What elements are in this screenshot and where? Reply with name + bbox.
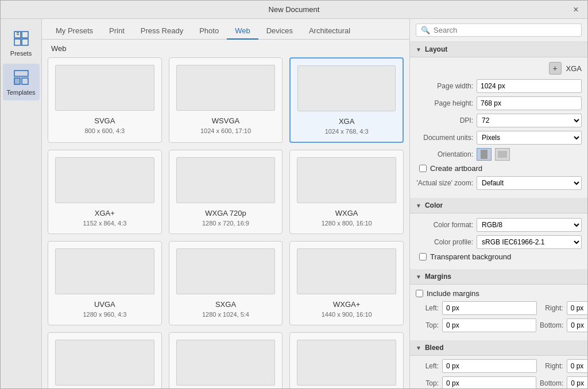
create-artboard-row: Create artboard	[416, 164, 582, 173]
color-collapse-arrow[interactable]: ▼	[416, 203, 421, 209]
layout-properties: + XGA Page width: Page height: DPI:	[410, 57, 587, 198]
template-name-uvga: UVGA	[94, 300, 115, 309]
template-preview-wxga-plus	[297, 248, 396, 294]
bleed-section-header: ▼ Bleed	[410, 340, 587, 356]
template-card-sxga[interactable]: SXGA 1280 x 1024, 5:4	[169, 241, 283, 325]
page-height-row: Page height:	[416, 96, 582, 110]
margins-section-label: Margins	[425, 273, 451, 281]
template-card-hd-plus[interactable]: HD+ 1600 x 900, 16:9	[48, 332, 162, 388]
bleed-top-label: Top:	[416, 379, 439, 387]
create-artboard-checkbox[interactable]	[419, 165, 427, 172]
tab-devices[interactable]: Devices	[258, 23, 301, 40]
template-card-wxga-plus[interactable]: WXGA+ 1440 x 900, 16:10	[289, 241, 404, 325]
template-name-sxga: SXGA	[215, 300, 236, 309]
template-card-xga-plus[interactable]: XGA+ 1152 x 864, 4:3	[48, 150, 162, 234]
transparent-bg-checkbox[interactable]	[419, 253, 427, 260]
preset-add-button[interactable]: +	[549, 62, 562, 75]
bleed-right-input[interactable]	[567, 359, 587, 373]
actual-size-zoom-select[interactable]: Default100%50%	[477, 176, 582, 190]
title-bar: New Document ×	[1, 1, 587, 19]
template-size-xga: 1024 x 768, 4:3	[325, 128, 369, 135]
search-input[interactable]	[434, 26, 577, 34]
svg-rect-8	[22, 78, 28, 84]
color-format-select[interactable]: RGB/8CMYK/8Grayscale	[477, 218, 582, 232]
tab-photo[interactable]: Photo	[191, 23, 227, 40]
tab-print[interactable]: Print	[101, 23, 133, 40]
template-name-wxga-720p: WXGA 720p	[205, 209, 246, 217]
template-preview-uxga	[176, 340, 276, 386]
template-card-uvga[interactable]: UVGA 1280 x 960, 4:3	[48, 241, 162, 325]
layout-collapse-arrow[interactable]: ▼	[416, 46, 421, 53]
transparent-bg-label: Transparent background	[430, 252, 511, 261]
template-card-wxga-720p[interactable]: WXGA 720p 1280 x 720, 16:9	[169, 150, 283, 234]
doc-units-label: Document units:	[416, 134, 473, 142]
right-panel: 🔍 ▼ Layout + XGA Page width:	[409, 19, 587, 388]
template-card-wsxga-plus[interactable]: WSXGA+ 1680 x 1050, 16:10	[289, 332, 404, 388]
template-size-wxga: 1280 x 800, 16:10	[322, 220, 372, 227]
svg-rect-2	[14, 39, 21, 45]
dpi-label: DPI:	[416, 116, 473, 125]
margins-section-header: ▼ Margins	[410, 269, 587, 285]
margins-collapse-arrow[interactable]: ▼	[416, 274, 421, 280]
search-bar: 🔍	[410, 19, 587, 42]
template-card-wsvga[interactable]: WSVGA 1024 x 600, 17:10	[169, 57, 283, 143]
orientation-portrait-button[interactable]	[477, 148, 492, 161]
bleed-collapse-arrow[interactable]: ▼	[416, 345, 421, 351]
page-width-input[interactable]	[477, 79, 582, 93]
margins-top-label: Top:	[416, 321, 439, 329]
template-size-wxga-plus: 1440 x 900, 16:10	[322, 311, 372, 318]
color-format-label: Color format:	[416, 221, 473, 229]
template-preview-svga	[55, 65, 154, 111]
margins-right-label: Right:	[540, 304, 563, 312]
page-width-label: Page width:	[416, 82, 473, 90]
tab-press-ready[interactable]: Press Ready	[133, 23, 191, 40]
template-preview-wxga-720p	[176, 157, 276, 203]
margins-right-input[interactable]	[567, 301, 587, 315]
margins-left-row: Left: Right:	[416, 301, 587, 315]
bleed-top-input[interactable]	[442, 376, 536, 388]
template-card-xga[interactable]: XGA 1024 x 768, 4:3	[289, 57, 404, 143]
create-artboard-label: Create artboard	[430, 164, 482, 173]
template-card-wxga[interactable]: WXGA 1280 x 800, 16:10	[289, 150, 404, 234]
margins-properties: Include margins Left: Right: Top:	[410, 285, 587, 340]
doc-units-select[interactable]: PixelsInchesCentimetersMillimeters	[477, 131, 582, 145]
template-name-wxga-plus: WXGA+	[333, 300, 360, 309]
templates-icon	[12, 68, 30, 87]
margins-top-input[interactable]	[442, 318, 536, 332]
template-name-xga-plus: XGA+	[95, 209, 115, 217]
tab-architectural[interactable]: Architectural	[301, 23, 358, 40]
color-section-header: ▼ Color	[410, 198, 587, 213]
include-margins-checkbox[interactable]	[416, 290, 423, 297]
sidebar-item-templates[interactable]: Templates	[3, 64, 40, 100]
template-grid-wrapper[interactable]: SVGA 800 x 600, 4:3 WSVGA 1024 x 600, 17…	[42, 57, 409, 388]
preset-name-row: + XGA	[416, 62, 582, 75]
orientation-label: Orientation:	[416, 150, 473, 158]
bleed-right-label: Right:	[540, 362, 563, 370]
template-card-svga[interactable]: SVGA 800 x 600, 4:3	[48, 57, 162, 143]
sidebar-templates-label: Templates	[6, 89, 35, 96]
layout-section-label: Layout	[425, 45, 447, 53]
margins-top-row: Top: Bottom:	[416, 318, 587, 332]
actual-size-zoom-row: 'Actual size' zoom: Default100%50%	[416, 176, 582, 190]
bleed-left-row: Left: Right:	[416, 359, 587, 373]
color-profile-select[interactable]: sRGB IEC61966-2.1Adobe RGB	[477, 235, 582, 249]
dialog-title: New Document	[269, 5, 320, 14]
color-format-row: Color format: RGB/8CMYK/8Grayscale	[416, 218, 582, 232]
bleed-bottom-input[interactable]	[567, 376, 587, 388]
margins-bottom-input[interactable]	[567, 318, 587, 332]
template-name-svga: SVGA	[94, 116, 115, 125]
bleed-left-input[interactable]	[442, 359, 537, 373]
close-button[interactable]: ×	[570, 4, 582, 15]
sidebar-item-presets[interactable]: Presets	[3, 25, 40, 61]
page-height-input[interactable]	[477, 96, 582, 110]
orientation-row: Orientation:	[416, 148, 582, 161]
tab-web[interactable]: Web	[227, 23, 258, 40]
doc-units-row: Document units: PixelsInchesCentimetersM…	[416, 131, 582, 145]
orientation-landscape-button[interactable]	[495, 148, 510, 161]
margins-left-input[interactable]	[442, 301, 537, 315]
new-document-dialog: New Document × Presets	[0, 0, 588, 389]
tab-my-presets[interactable]: My Presets	[48, 23, 101, 40]
template-size-sxga: 1280 x 1024, 5:4	[202, 311, 249, 318]
dpi-select[interactable]: 7296150300	[477, 114, 582, 127]
template-card-uxga[interactable]: UXGA 1600 x 1200, 4:3	[169, 332, 283, 388]
